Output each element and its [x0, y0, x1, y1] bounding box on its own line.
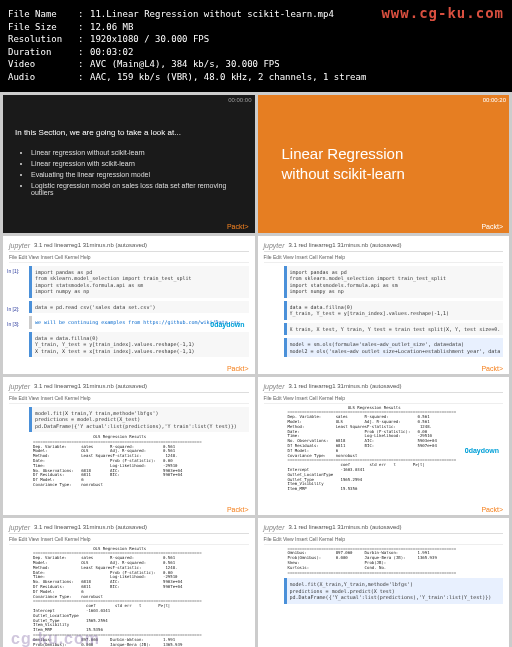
daydown-watermark: 0daydown — [465, 447, 499, 454]
filename-value: 11.Linear Regression without scikit-lear… — [90, 8, 334, 21]
resolution-value: 1920x1080 / 30.000 FPS — [90, 33, 209, 46]
thumb-title-slide[interactable]: 00:00:20 Linear Regression without sciki… — [258, 95, 510, 233]
video-value: AVC (Main@L4), 384 kb/s, 30.000 FPS — [90, 58, 280, 71]
thumb-jupyter-2[interactable]: jupyter 3.1 red linearreg1 31minus.nb (a… — [258, 236, 510, 374]
jupyter-menu: File Edit View Insert Cell Kernel Help — [264, 254, 504, 263]
duration-value: 00:03:02 — [90, 46, 133, 59]
jupyter-header: jupyter 3.1 red linearreg1 31minus.nb (a… — [9, 381, 249, 393]
packt-logo: Packt> — [225, 506, 251, 513]
code-cell-active: model = sm.ols(formula='sales~adv_outlet… — [284, 338, 504, 357]
bullet: Evaluating the linear regression model — [31, 171, 243, 178]
packt-logo: Packt> — [481, 223, 503, 230]
code-cell-active: model.fit(X_train,Y_train,method='lbfgs'… — [284, 578, 504, 604]
thumbnail-grid: 00:00:00 In this Section, we are going t… — [0, 92, 512, 647]
code-cell: data = pd.read_csv('sales_data_set.csv') — [29, 301, 249, 314]
cell-in-label: In [2]: — [7, 306, 20, 312]
code-cell: data = data.fillna(0) Y_train, Y_test = … — [284, 301, 504, 320]
thumb-jupyter-6[interactable]: jupyter 3.1 red linearreg1 31minus.nb (a… — [258, 518, 510, 647]
jupyter-menu: File Edit View Insert Cell Kernel Help — [9, 254, 249, 263]
jupyter-logo: jupyter — [9, 524, 30, 531]
corner-watermark: cg-ku.com — [11, 630, 100, 647]
notebook-title: 3.1 red linearreg1 31minus.nb (autosaved… — [289, 242, 402, 248]
thumb-intro-slide[interactable]: 00:00:00 In this Section, we are going t… — [3, 95, 255, 233]
notebook-title: 3.1 red linearreg1 31minus.nb (autosaved… — [289, 524, 402, 530]
thumb-jupyter-5[interactable]: jupyter 3.1 red linearreg1 31minus.nb (a… — [3, 518, 255, 647]
intro-heading: In this Section, we are going to take a … — [15, 128, 243, 137]
site-watermark: www.cg-ku.com — [381, 4, 504, 24]
jupyter-header: jupyter 3.1 red linearreg1 31minus.nb (a… — [264, 381, 504, 393]
notebook-title: 3.1 red linearreg1 31minus.nb (autosaved… — [34, 524, 147, 530]
notebook-title: 3.1 red linearreg1 31minus.nb (autosaved… — [289, 383, 402, 389]
timestamp: 00:00:00 — [228, 97, 251, 103]
jupyter-logo: jupyter — [9, 383, 30, 390]
thumb-jupyter-1[interactable]: jupyter 3.1 red linearreg1 31minus.nb (a… — [3, 236, 255, 374]
bullet: Logistic regression model on sales loss … — [31, 182, 243, 196]
packt-logo: Packt> — [227, 223, 249, 230]
ols-output: OLS Regression Results =================… — [33, 435, 249, 488]
daydown-watermark: 0daydown — [210, 321, 244, 328]
title-text: Linear Regression without scikit-learn — [282, 144, 510, 183]
notebook-title: 3.1 red linearreg1 31minus.nb (autosaved… — [34, 383, 147, 389]
jupyter-logo: jupyter — [9, 242, 30, 249]
timestamp: 00:00:20 — [483, 97, 506, 103]
filesize-value: 12.06 MB — [90, 21, 133, 34]
packt-logo: Packt> — [479, 506, 505, 513]
jupyter-header: jupyter 3.1 red linearreg1 31minus.nb (a… — [264, 240, 504, 252]
bullet: Linear regression with scikit-learn — [31, 160, 243, 167]
code-cell: X_train, X_test, Y_train, Y_test = train… — [284, 323, 504, 336]
code-cell: data = data.fillna(0) Y_train, Y_test = … — [29, 332, 249, 358]
file-info-header: www.cg-ku.com File Name:11.Linear Regres… — [0, 0, 512, 92]
jupyter-menu: File Edit View Insert Cell Kernel Help — [264, 536, 504, 545]
jupyter-menu: File Edit View Insert Cell Kernel Help — [264, 395, 504, 404]
video-label: Video — [8, 58, 78, 71]
code-cell: model.fit(X_train,Y_train,method='lbfgs'… — [29, 407, 249, 433]
jupyter-logo: jupyter — [264, 383, 285, 390]
ols-output: ========================================… — [288, 547, 504, 576]
resolution-label: Resolution — [8, 33, 78, 46]
jupyter-logo: jupyter — [264, 242, 285, 249]
thumb-jupyter-3[interactable]: jupyter 3.1 red linearreg1 31minus.nb (a… — [3, 377, 255, 515]
cell-in-label: In [3]: — [7, 321, 20, 327]
jupyter-header: jupyter 3.1 red linearreg1 31minus.nb (a… — [264, 522, 504, 534]
filesize-label: File Size — [8, 21, 78, 34]
jupyter-logo: jupyter — [264, 524, 285, 531]
filename-label: File Name — [8, 8, 78, 21]
audio-value: AAC, 159 kb/s (VBR), 48.0 kHz, 2 channel… — [90, 71, 366, 84]
jupyter-header: jupyter 3.1 red linearreg1 31minus.nb (a… — [9, 240, 249, 252]
code-cell: import pandas as pd from sklearn.model_s… — [284, 266, 504, 298]
jupyter-header: jupyter 3.1 red linearreg1 31minus.nb (a… — [9, 522, 249, 534]
intro-bullets: Linear regression without scikit-learn L… — [15, 145, 243, 200]
jupyter-menu: File Edit View Insert Cell Kernel Help — [9, 536, 249, 545]
duration-label: Duration — [8, 46, 78, 59]
jupyter-menu: File Edit View Insert Cell Kernel Help — [9, 395, 249, 404]
code-cell: import pandas as pd from sklearn.model_s… — [29, 266, 249, 298]
packt-logo: Packt> — [479, 365, 505, 372]
packt-logo: Packt> — [225, 365, 251, 372]
thumb-jupyter-4[interactable]: jupyter 3.1 red linearreg1 31minus.nb (a… — [258, 377, 510, 515]
cell-in-label: In [1]: — [7, 268, 20, 274]
notebook-title: 3.1 red linearreg1 31minus.nb (autosaved… — [34, 242, 147, 248]
bullet: Linear regression without scikit-learn — [31, 149, 243, 156]
audio-label: Audio — [8, 71, 78, 84]
